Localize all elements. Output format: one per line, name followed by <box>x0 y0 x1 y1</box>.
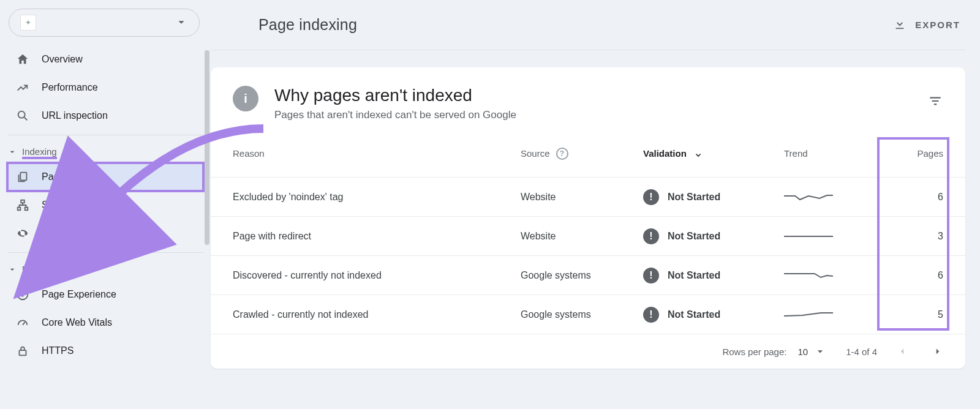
divider <box>7 135 203 135</box>
cell-reason: Excluded by 'noindex' tag <box>233 192 521 203</box>
section-experience[interactable]: Experience <box>0 258 211 280</box>
col-pages[interactable]: Pages <box>888 148 943 159</box>
gauge-icon <box>16 316 29 329</box>
info-icon: i <box>233 86 258 111</box>
rows-per-page-label: Rows per page: <box>722 347 786 357</box>
prev-page-button[interactable] <box>897 346 908 357</box>
chevron-down-icon <box>814 345 826 358</box>
cell-trend <box>784 267 888 284</box>
chevron-down-icon <box>175 15 188 31</box>
cell-source: Website <box>521 231 643 242</box>
cell-trend <box>784 306 888 323</box>
cell-reason: Page with redirect <box>233 231 521 242</box>
warning-icon: ! <box>643 189 659 205</box>
filter-button[interactable] <box>927 93 943 109</box>
property-favicon: ✦ <box>20 15 36 31</box>
col-source-label: Source <box>521 148 550 159</box>
scrollbar-thumb[interactable] <box>205 50 209 245</box>
sidebar-item-url-inspection[interactable]: URL inspection <box>7 102 203 130</box>
table-footer: Rows per page: 10 1-4 of 4 <box>211 334 965 369</box>
export-label: EXPORT <box>915 20 960 30</box>
sidebar-item-core-web-vitals[interactable]: Core Web Vitals <box>7 309 203 337</box>
card-title: Why pages aren't indexed <box>274 86 911 105</box>
sidebar-item-removals[interactable]: Removals <box>7 219 203 247</box>
table-row[interactable]: Discovered - currently not indexed Googl… <box>211 256 965 295</box>
cell-pages: 3 <box>888 231 943 242</box>
lock-icon <box>16 344 29 358</box>
page-title: Page indexing <box>258 16 357 34</box>
cell-pages: 5 <box>888 309 943 320</box>
cell-trend <box>784 189 888 206</box>
sidebar-item-label: Page Experience <box>42 289 116 300</box>
table-row[interactable]: Crawled - currently not indexed Google s… <box>211 295 965 334</box>
visibility-off-icon <box>16 227 29 240</box>
card-subtitle: Pages that aren't indexed can't be serve… <box>274 109 911 121</box>
cell-pages: 6 <box>888 192 943 203</box>
search-icon <box>16 109 29 122</box>
sidebar-item-label: Sitemaps <box>42 200 83 211</box>
section-label: Experience <box>22 264 68 274</box>
sidebar-item-label: Removals <box>42 228 85 239</box>
chevron-down-icon <box>7 265 17 274</box>
sidebar-item-https[interactable]: HTTPS <box>7 337 203 365</box>
compass-icon <box>16 288 29 301</box>
download-icon <box>893 17 907 32</box>
rows-per-page-select[interactable]: 10 <box>797 345 826 358</box>
cell-validation: ! Not Started <box>643 307 784 323</box>
reasons-table: Reason Source ? Validation Trend Pages E <box>211 130 965 369</box>
svg-rect-4 <box>25 208 28 211</box>
pagination-range: 1-4 of 4 <box>846 347 877 357</box>
next-page-button[interactable] <box>932 346 943 357</box>
svg-rect-6 <box>20 350 26 355</box>
sidebar-item-label: Pages <box>42 171 69 182</box>
cell-validation: ! Not Started <box>643 268 784 283</box>
cell-source: Website <box>521 192 643 203</box>
help-icon[interactable]: ? <box>556 148 568 160</box>
sidebar-item-pages[interactable]: Pages <box>7 163 203 191</box>
arrow-down-icon <box>693 148 704 159</box>
col-trend[interactable]: Trend <box>784 148 888 159</box>
cell-pages: 6 <box>888 270 943 281</box>
trending-up-icon <box>16 81 29 94</box>
cell-validation: ! Not Started <box>643 189 784 205</box>
sitemap-icon <box>16 198 29 212</box>
reasons-card: i Why pages aren't indexed Pages that ar… <box>211 67 965 369</box>
section-label: Indexing <box>22 146 57 157</box>
warning-icon: ! <box>643 228 659 244</box>
chevron-down-icon <box>7 147 17 157</box>
cell-trend <box>784 228 888 245</box>
main-content: Page indexing EXPORT i Why pages aren't … <box>211 0 980 409</box>
col-reason[interactable]: Reason <box>233 148 521 159</box>
col-source[interactable]: Source ? <box>521 148 643 160</box>
sidebar-item-label: Core Web Vitals <box>42 317 112 328</box>
pages-icon <box>16 170 29 184</box>
sidebar-item-label: Performance <box>42 82 98 93</box>
svg-point-0 <box>18 111 25 118</box>
cell-source: Google systems <box>521 270 643 281</box>
sidebar-item-label: Overview <box>42 54 83 65</box>
sidebar-item-page-experience[interactable]: Page Experience <box>7 280 203 309</box>
svg-rect-1 <box>20 173 26 181</box>
home-icon <box>16 53 29 66</box>
sidebar: ✦ Overview Performance <box>0 0 211 409</box>
warning-icon: ! <box>643 268 659 283</box>
divider <box>7 252 203 253</box>
sidebar-item-sitemaps[interactable]: Sitemaps <box>7 191 203 219</box>
table-row[interactable]: Page with redirect Website ! Not Started… <box>211 217 965 256</box>
property-selector[interactable]: ✦ <box>9 9 200 37</box>
cell-reason: Crawled - currently not indexed <box>233 309 521 320</box>
sidebar-item-performance[interactable]: Performance <box>7 73 203 102</box>
rows-per-page-value: 10 <box>797 347 808 357</box>
svg-rect-2 <box>21 200 24 203</box>
section-indexing[interactable]: Indexing <box>0 140 211 163</box>
table-header: Reason Source ? Validation Trend Pages <box>211 130 965 178</box>
col-validation[interactable]: Validation <box>643 148 784 159</box>
sidebar-item-label: URL inspection <box>42 110 108 121</box>
sidebar-item-label: HTTPS <box>42 345 74 356</box>
table-row[interactable]: Excluded by 'noindex' tag Website ! Not … <box>211 178 965 217</box>
sidebar-item-overview[interactable]: Overview <box>7 45 203 73</box>
cell-source: Google systems <box>521 309 643 320</box>
export-button[interactable]: EXPORT <box>893 17 960 32</box>
col-validation-label: Validation <box>643 148 687 159</box>
svg-rect-3 <box>18 208 21 211</box>
